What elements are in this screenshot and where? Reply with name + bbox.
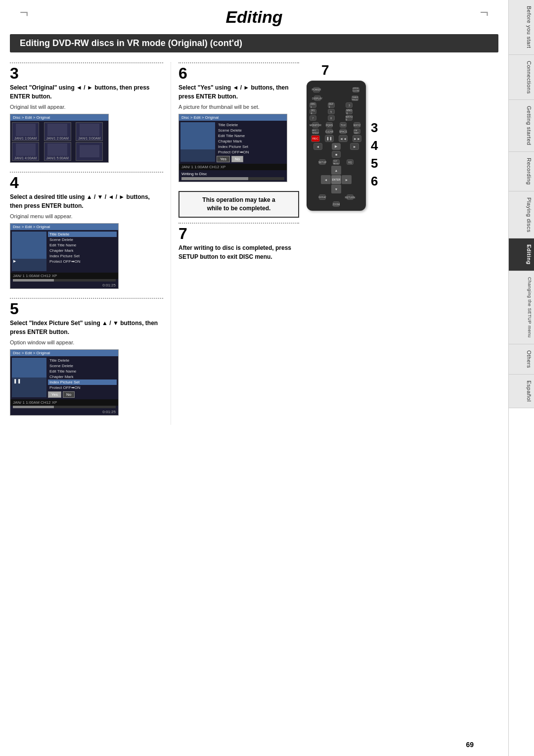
rev-button: ◄ [313,143,322,150]
thumb-1: JAN/1 1:00AM [12,122,39,141]
sidebar-tab-before-you-start[interactable]: Before you start [509,0,534,55]
sidebar-tab-editing[interactable]: Editing [509,238,534,271]
repeat-button: REPEAT [319,194,326,200]
step-4-screen: Disc > Edit > Original ▶ Title Delete Sc… [10,223,119,289]
pqrs-button: PQRS [326,122,333,128]
step-5-yes: Yes [48,391,61,398]
btn-5: 5 [328,109,335,114]
step-4-note: Original menu will appear. [10,213,163,219]
menu-item-chapter: Chapter Mark [48,248,117,253]
step6-edit-title: Edit Title Name [217,133,285,139]
warning-line2: while to be completed. [185,204,292,213]
step-6-body: Title Delete Scene Delete Edit Title Nam… [179,121,287,164]
step-5-note: Option window will appear. [10,339,163,345]
remote-step-numbers: 3 4 5 6 [371,81,378,189]
thumb-4: JAN/1 4:00AM [12,142,39,161]
left-column: 3 Select "Original" using ◄ / ► buttons,… [10,62,163,425]
rec-speed-button: REC SPEED [312,129,319,134]
warning-line1: This operation may take a [185,196,292,204]
tuv-button: TUV [340,122,347,128]
step-7-section: 7 After writing to disc is completed, pr… [178,223,299,261]
step-6-note: A picture for thumbnail will be set. [178,104,299,110]
step-3-thumbnails: JAN/1 1:00AM JAN/1 2:00AM JAN/1 3:00AM [12,122,107,161]
step-3-note: Original list will appear. [10,104,163,110]
step5-chapter: Chapter Mark [48,374,117,379]
btn-7: 7 [310,115,316,121]
enter-button: ENTER [331,175,341,184]
menu-item-title-delete: Title Delete [48,232,117,237]
step-3-screen-breadcrumb: Disc > Edit > Original [10,114,108,121]
step-5-divider [10,298,163,299]
space-button: SPACE [340,129,347,134]
step-6-info: JAN/ 1 1:00AM CH12 XP [181,165,225,169]
step-4-bottom: JAN/ 1 1:00AM CH12 XP [10,273,118,279]
menu-item-protect: Protect OFF➡ON [48,259,117,264]
step-7-heading: After writing to disc is completed, pres… [178,243,299,261]
setup-button: SETUP [319,159,326,165]
remote-step-num-5: 5 [371,156,378,171]
step-6-menu-list: Title Delete Scene Delete Edit Title Nam… [217,122,285,162]
step-4-menu-list: Title Delete Scene Delete Edit Title Nam… [48,232,117,271]
remote-step-num-4: 4 [371,138,378,153]
remote-step-7: 7 [321,62,498,78]
menu-item-edit-title: Edit Title Name [48,242,117,248]
sidebar-tab-setup-menu[interactable]: Changing the SETUP menu [509,271,534,344]
sidebar: Before you start Connections Getting sta… [508,0,534,756]
step-3-screen-body: JAN/1 1:00AM JAN/1 2:00AM JAN/1 3:00AM [10,121,108,162]
remote-playback-row: ◄ ▶ ► [309,143,364,150]
dpad-up: ▲ [331,166,341,175]
sidebar-tab-getting-started[interactable]: Getting started [509,100,534,152]
stop-button: ■ [332,151,341,158]
step-6-info-bar: JAN/ 1 1:00AM CH12 XP [179,164,287,170]
sidebar-tab-recording[interactable]: Recording [509,152,534,191]
dpad-left: ◄ [321,175,331,184]
step-6-number: 6 [178,65,299,81]
step-5-breadcrumb: Disc > Edit > Original [10,350,118,356]
remote-top-row: POWER OPEN CLOSE [309,85,364,94]
btn-wxyz: WXYZ9 [346,115,353,121]
page-title-wrapper: ⌐ Editing ¬ [10,0,498,34]
sidebar-tab-playing-discs[interactable]: Playing discs [509,191,534,239]
dpad-down: ▼ [331,185,341,193]
wxyz-button: WXYZ [354,122,360,128]
page-number: 69 [466,741,474,749]
thumb-5: JAN/1 5:00AM [44,142,71,161]
fwd-button: ► [350,143,359,150]
step-6-heading: Select "Yes" using ◄ / ► buttons, then p… [178,83,299,101]
section-header: Editing DVD-RW discs in VR mode (Origina… [10,34,498,52]
step5-edit-title: Edit Title Name [48,369,117,374]
step-4-time: 0:01:25 [10,283,118,287]
top-menu-button: TOP MENU [333,159,340,165]
step-7-divider [178,223,299,224]
step-4-body: ▶ Title Delete Scene Delete Edit Title N… [10,230,118,273]
step-4-info: JAN/ 1 1:00AM CH12 XP [13,274,57,278]
remote-monitor-row: MONITOR PQRS TUV WXYZ [309,122,364,128]
step-6-yes: Yes [217,156,230,162]
sidebar-tab-connections[interactable]: Connections [509,55,534,100]
sidebar-tab-espanol[interactable]: Español [509,375,534,408]
step-3-number: 3 [10,65,163,81]
step-3-heading: Select "Original" using ◄ / ► buttons, t… [10,83,163,101]
cm-skip-button: CM SKIP [354,129,360,134]
thumb-6 [76,142,103,161]
btn-3: 3 [346,102,353,108]
skip-back-button: ◄◄ [339,135,348,142]
step-4-heading: Select a desired title using ▲ / ▼ / ◄ /… [10,192,163,210]
menu-item-index: Index Picture Set [48,253,117,259]
btn-8: 8 [328,115,335,121]
step-4-breadcrumb: Disc > Edit > Original [10,224,118,230]
remote-zoom-row: ZOOM [309,201,364,207]
remote-step-num-3: 3 [371,120,378,136]
step-5-progress [13,406,116,408]
remote-rec-row: REC ❚❚ ◄◄ ►► [309,135,364,142]
warning-box: This operation may take a while to be co… [178,191,299,218]
step-5-section: 5 Select "Index Picture Set" using ▲ / ▼… [10,298,163,416]
return-button: RETURN [347,194,354,200]
step-4-progress [13,279,116,282]
step-5-preview: ❚❚ [12,358,46,397]
thumb-2: JAN/1 2:00AM [44,122,71,141]
step-7-number: 7 [178,226,299,241]
sidebar-tab-others[interactable]: Others [509,344,534,375]
step6-protect: Protect OFF➡ON [217,149,285,155]
step6-title-delete: Title Delete [217,122,285,128]
